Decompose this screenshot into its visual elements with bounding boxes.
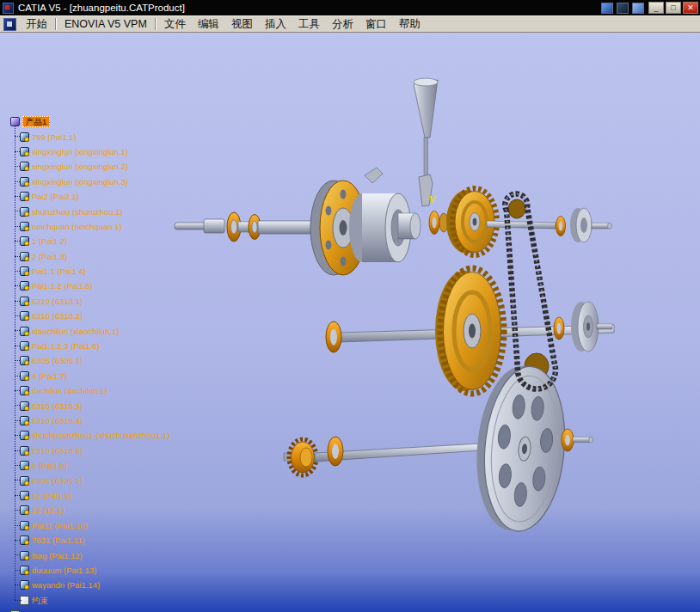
tree-item-label: duuuum (Pai1.13) bbox=[32, 566, 97, 575]
close-button[interactable]: ✕ bbox=[683, 2, 698, 14]
part-icon bbox=[20, 566, 29, 575]
part-icon bbox=[20, 266, 29, 276]
title-bar: CATIA V5 - [zhuangpeitu.CATProduct] _ □ … bbox=[0, 0, 700, 15]
menu-edit[interactable]: 编辑 bbox=[192, 15, 225, 34]
menu-enovia[interactable]: ENOVIA V5 VPM bbox=[58, 16, 153, 32]
window-controls: _ □ ✕ bbox=[648, 2, 698, 14]
tree-item-label: 2 (Pai1.3) bbox=[32, 252, 67, 261]
part-icon bbox=[20, 356, 29, 365]
menu-file[interactable]: 文件 bbox=[158, 15, 192, 34]
menu-insert[interactable]: 插入 bbox=[259, 15, 292, 34]
tree-item-label: 1 (Pai1.2) bbox=[32, 236, 67, 246]
menu-analyze[interactable]: 分析 bbox=[326, 15, 359, 34]
tree-item[interactable]: shuruzhou (shuruzhou.1) bbox=[10, 204, 170, 218]
tree-item[interactable]: 产品1 bbox=[10, 114, 170, 129]
titlebar-doc-icon[interactable] bbox=[601, 3, 613, 14]
part-icon bbox=[20, 147, 29, 156]
menu-help[interactable]: 帮助 bbox=[393, 15, 427, 34]
clutch-assembly[interactable] bbox=[349, 168, 421, 262]
3d-viewport[interactable]: V 产品1789 (Pai1.1)xingxinglun (xingxinglu… bbox=[0, 33, 700, 612]
axis-annotation-v: V bbox=[429, 194, 437, 205]
tree-item[interactable]: wayandn (Pai1.14) bbox=[10, 578, 170, 592]
tree-item-label: Pai2 (Pai2.1) bbox=[32, 192, 79, 201]
tree-item[interactable]: 12 (12.1) bbox=[10, 503, 170, 517]
large-gear[interactable] bbox=[435, 268, 504, 394]
tree-item-label: 6310 (6310.5) bbox=[32, 446, 83, 456]
minimize-button[interactable]: _ bbox=[648, 2, 664, 14]
tree-item[interactable]: neichquan (neichquan.1) bbox=[10, 219, 170, 234]
lever-stem bbox=[424, 138, 428, 177]
tree-item[interactable]: xingxinglun (xingxinglun.3) bbox=[10, 174, 170, 189]
part-icon bbox=[20, 162, 29, 171]
part-icon bbox=[20, 580, 29, 590]
tree-item[interactable]: 约束 bbox=[10, 593, 170, 608]
tree-item[interactable]: 6305 (6305.1) bbox=[10, 353, 170, 368]
product-icon bbox=[10, 117, 20, 126]
flywheel-pulley[interactable] bbox=[470, 363, 571, 535]
tree-item[interactable]: 789 (Pai1.1) bbox=[10, 129, 170, 144]
menu-tools[interactable]: 工具 bbox=[292, 15, 326, 34]
tree-item-label: Pai1.1.2.3 (Pai1.6) bbox=[32, 341, 100, 351]
menu-window[interactable]: 窗口 bbox=[359, 15, 393, 34]
menu-start[interactable]: 开始 bbox=[20, 15, 53, 34]
tree-item[interactable]: Applications bbox=[10, 608, 170, 612]
pulley-bore bbox=[586, 322, 590, 331]
tree-item[interactable]: 2 (Pai1.3) bbox=[10, 249, 170, 264]
tree-item-label: 约束 bbox=[32, 596, 48, 605]
tree-item[interactable]: Pai11 (Pai1.10) bbox=[10, 518, 170, 533]
tree-item[interactable]: 6310 (6310.4) bbox=[10, 413, 170, 428]
bearing-bore bbox=[252, 221, 257, 233]
tree-item[interactable]: 8 (Pai1.8) bbox=[10, 458, 170, 473]
part-icon bbox=[20, 297, 29, 306]
catia-menu-icon[interactable] bbox=[3, 18, 16, 31]
part-icon bbox=[20, 446, 29, 456]
constraints-icon bbox=[20, 596, 29, 605]
part-icon bbox=[20, 416, 29, 425]
input-shaft[interactable] bbox=[175, 212, 313, 242]
tree-item-label: xingxinglun (xingxinglun.3) bbox=[32, 177, 128, 187]
part-icon bbox=[20, 311, 29, 321]
tree-item-label: 6310 (6310.4) bbox=[32, 416, 83, 425]
shaft-tip bbox=[175, 223, 206, 230]
tree-item[interactable]: xingxinglun (xingxinglun.2) bbox=[10, 159, 170, 174]
tree-item[interactable]: 6310 (6310.3) bbox=[10, 398, 170, 413]
tree-item[interactable]: Pai1.1 (Pai1.4) bbox=[10, 264, 170, 278]
tree-item[interactable]: Pai1.1.2.3 (Pai1.6) bbox=[10, 339, 170, 353]
tree-item-label: 6305 (6305.1) bbox=[32, 356, 83, 365]
specification-tree: 产品1789 (Pai1.1)xingxinglun (xingxinglun.… bbox=[10, 114, 170, 612]
tree-item[interactable]: 12 (Pai1.9) bbox=[10, 488, 170, 503]
tree-item[interactable]: 6310 (6310.1) bbox=[10, 294, 170, 309]
menu-view[interactable]: 视图 bbox=[225, 15, 259, 34]
titlebar-workbench-icon[interactable] bbox=[617, 3, 629, 14]
disc-bore bbox=[580, 217, 587, 233]
tree-item[interactable]: xiaochilun (xiaochilun.1) bbox=[10, 323, 170, 338]
tree-item[interactable]: duuuum (Pai1.13) bbox=[10, 563, 170, 578]
tree-item[interactable]: 6310 (6310.5) bbox=[10, 444, 170, 458]
bearing-bore bbox=[565, 435, 570, 446]
tree-item[interactable]: Pai1.1.2 (Pai1.5) bbox=[10, 278, 170, 293]
countershaft-top[interactable] bbox=[487, 208, 611, 242]
tree-item[interactable]: 4 (Pai1.7) bbox=[10, 369, 170, 383]
tree-item[interactable]: 6305 (6305.2) bbox=[10, 473, 170, 487]
part-icon bbox=[20, 521, 29, 530]
tree-item[interactable]: lsag (Pai1.12) bbox=[10, 548, 170, 562]
tree-item[interactable]: Pai2 (Pai2.1) bbox=[10, 189, 170, 204]
part-icon bbox=[20, 386, 29, 395]
maximize-button[interactable]: □ bbox=[666, 2, 681, 14]
shift-lever[interactable] bbox=[414, 78, 438, 206]
tree-item[interactable]: xingxinglun (xingxinglun.1) bbox=[10, 144, 170, 159]
tree-item[interactable]: 1 (Pai1.2) bbox=[10, 234, 170, 248]
chain-sprocket-top[interactable] bbox=[508, 199, 525, 218]
tree-item[interactable]: 7631 (Pai1.11) bbox=[10, 533, 170, 548]
shaft-end bbox=[573, 438, 590, 443]
tree-item[interactable]: dachilun (dachilun.1) bbox=[10, 383, 170, 398]
tree-item[interactable]: 6310 (6310.2) bbox=[10, 309, 170, 323]
pulley-small[interactable] bbox=[554, 302, 612, 352]
input-bearing-small[interactable] bbox=[429, 211, 448, 235]
tree-item-label: neichquan (neichquan.1) bbox=[32, 222, 122, 231]
tree-item[interactable]: shuchusanzhou1 (shuchusanzhou1.1) bbox=[10, 428, 170, 443]
output-shaft-right[interactable] bbox=[562, 429, 593, 451]
shaft-end bbox=[597, 324, 612, 329]
titlebar-view-icon[interactable] bbox=[632, 3, 644, 14]
tree-item-label: lsag (Pai1.12) bbox=[32, 551, 83, 560]
